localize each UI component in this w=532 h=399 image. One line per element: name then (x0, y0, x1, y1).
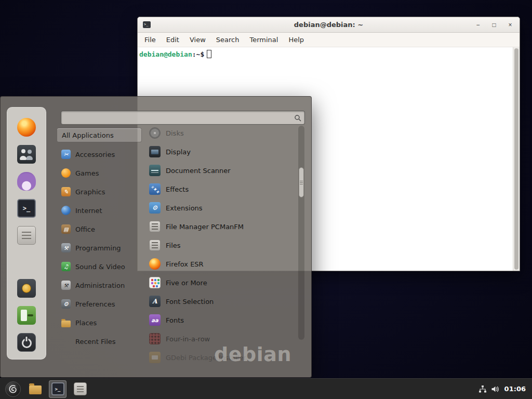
category-list: All Applications Accessories Games Graph… (57, 128, 142, 351)
four-in-a-row-icon (149, 333, 161, 344)
menu-item-view[interactable]: View (185, 34, 210, 45)
category-graphics[interactable]: Graphics (57, 182, 142, 201)
preferences-gear-icon (61, 299, 71, 309)
menu-swirl-icon (5, 381, 21, 397)
app-list: Disks Display Document Scanner Effects E… (147, 124, 297, 367)
app-label: Font Selection (166, 298, 214, 305)
app-list-scrollbar-thumb[interactable] (299, 167, 304, 197)
category-label: Office (75, 225, 95, 233)
shutdown-button[interactable] (17, 333, 36, 352)
maximize-button[interactable]: □ (490, 21, 498, 29)
category-administration[interactable]: Administration (57, 276, 142, 295)
category-all-applications[interactable]: All Applications (57, 128, 142, 142)
terminal-scrollbar[interactable] (513, 47, 520, 271)
favorite-software[interactable] (17, 226, 36, 245)
close-button[interactable]: × (506, 21, 514, 29)
app-five-or-more[interactable]: Five or More (147, 273, 297, 292)
terminal-menubar: File Edit View Search Terminal Help (138, 33, 520, 47)
category-games[interactable]: Games (57, 164, 142, 182)
category-recent-files[interactable]: Recent Files (57, 332, 142, 351)
effects-sparkle-icon (149, 183, 161, 195)
menu-item-edit[interactable]: Edit (162, 34, 184, 45)
logout-button[interactable] (17, 306, 36, 325)
system-tray: 01:06 (478, 385, 528, 393)
places-folder-icon (61, 321, 71, 327)
favorites-panel (7, 107, 46, 360)
category-label: Sound & Video (75, 263, 125, 271)
taskbar-terminal[interactable] (49, 380, 66, 398)
app-font-selection[interactable]: Font Selection (147, 292, 297, 311)
fonts-icon (149, 314, 161, 326)
category-preferences[interactable]: Preferences (57, 295, 142, 313)
lock-screen-icon (17, 279, 36, 298)
category-office[interactable]: Office (57, 220, 142, 238)
app-label: Firefox ESR (166, 260, 204, 268)
terminal-titlebar[interactable]: debian@debian: ~ − □ × (138, 17, 520, 33)
app-label: File Manager PCManFM (166, 223, 244, 231)
app-gdebi-package-installer[interactable]: GDebi Package Installer (147, 348, 297, 367)
file-cabinet-icon (149, 221, 161, 232)
user-accounts-icon (17, 145, 36, 164)
category-sound-video[interactable]: Sound & Video (57, 257, 142, 276)
app-extensions[interactable]: Extensions (147, 198, 297, 217)
app-four-in-a-row[interactable]: Four-in-a-row (147, 329, 297, 348)
favorite-terminal[interactable] (17, 199, 36, 218)
network-icon[interactable] (478, 385, 487, 393)
administration-tools-icon (61, 281, 71, 290)
search-input[interactable] (61, 111, 292, 124)
terminal-window-icon (143, 21, 151, 28)
category-label: Graphics (75, 188, 105, 196)
disks-icon (149, 127, 161, 139)
app-files[interactable]: Files (147, 236, 297, 255)
taskbar-clock[interactable]: 01:06 (504, 385, 526, 393)
favorite-user-accounts[interactable] (17, 145, 36, 164)
file-cabinet-icon (149, 240, 161, 251)
taskbar-file-manager[interactable] (26, 380, 44, 398)
scanner-icon (149, 165, 161, 176)
pidgin-icon (17, 172, 36, 191)
category-internet[interactable]: Internet (57, 201, 142, 220)
app-label: Document Scanner (166, 167, 231, 175)
app-disks[interactable]: Disks (147, 124, 297, 142)
app-file-manager-pcmanfm[interactable]: File Manager PCManFM (147, 217, 297, 236)
category-label: Administration (75, 282, 125, 289)
taskbar: 01:06 (0, 378, 532, 399)
app-firefox-esr[interactable]: Firefox ESR (147, 255, 297, 273)
category-label: Programming (75, 244, 121, 252)
menu-item-terminal[interactable]: Terminal (245, 34, 283, 45)
prompt-path: :~$ (192, 50, 204, 58)
menu-item-help[interactable]: Help (284, 34, 309, 45)
category-accessories[interactable]: Accessories (57, 145, 142, 164)
category-programming[interactable]: Programming (57, 238, 142, 257)
terminal-icon (17, 199, 36, 218)
lock-screen-button[interactable] (17, 279, 36, 298)
category-places[interactable]: Places (57, 313, 142, 332)
games-icon (61, 168, 71, 178)
menu-button[interactable] (4, 380, 22, 398)
taskbar-files[interactable] (71, 380, 89, 398)
favorite-pidgin[interactable] (17, 172, 36, 191)
software-icon (17, 226, 36, 245)
window-title: debian@debian: ~ (138, 21, 520, 29)
volume-icon[interactable] (491, 385, 499, 393)
terminal-scrollbar-thumb[interactable] (514, 48, 518, 270)
minimize-button[interactable]: − (474, 21, 482, 29)
menu-item-file[interactable]: File (140, 34, 161, 45)
graphics-icon (61, 187, 71, 196)
app-label: Five or More (166, 279, 207, 287)
app-fonts[interactable]: Fonts (147, 311, 297, 329)
app-document-scanner[interactable]: Document Scanner (147, 161, 297, 180)
favorite-firefox[interactable] (17, 118, 36, 137)
app-list-scrollbar[interactable] (298, 126, 304, 340)
app-label: Extensions (166, 204, 203, 212)
search-icon (292, 114, 303, 122)
terminal-cursor (207, 50, 211, 58)
app-display[interactable]: Display (147, 142, 297, 161)
display-icon (149, 146, 161, 157)
app-label: Effects (166, 185, 189, 193)
programming-tools-icon (61, 243, 71, 252)
app-label: Files (166, 242, 181, 249)
five-or-more-icon (149, 277, 161, 288)
menu-item-search[interactable]: Search (211, 34, 244, 45)
app-effects[interactable]: Effects (147, 180, 297, 198)
